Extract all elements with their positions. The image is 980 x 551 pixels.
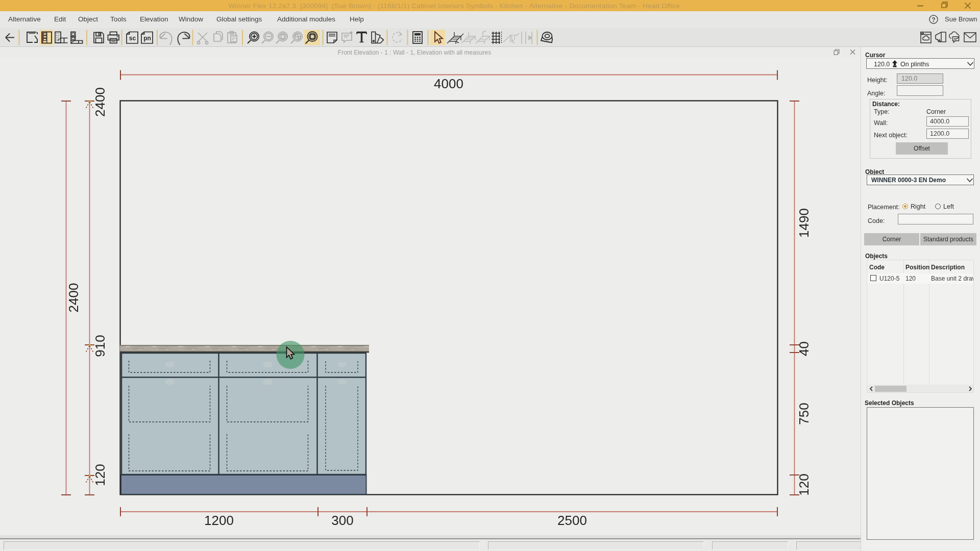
svg-text:910: 910 [92, 335, 108, 357]
svg-text:1490: 1490 [796, 208, 812, 238]
svg-text:4000: 4000 [434, 76, 463, 91]
svg-text:2500: 2500 [557, 513, 587, 528]
svg-text:750: 750 [796, 403, 812, 424]
svg-text:2400: 2400 [66, 283, 81, 313]
svg-text:120: 120 [92, 464, 108, 486]
svg-text:?: ? [932, 16, 935, 23]
svg-text:1200: 1200 [204, 513, 234, 528]
svg-text:120: 120 [796, 473, 812, 495]
svg-text:2400: 2400 [92, 87, 108, 117]
svg-text:300: 300 [331, 513, 353, 528]
svg-text:40: 40 [796, 341, 812, 356]
